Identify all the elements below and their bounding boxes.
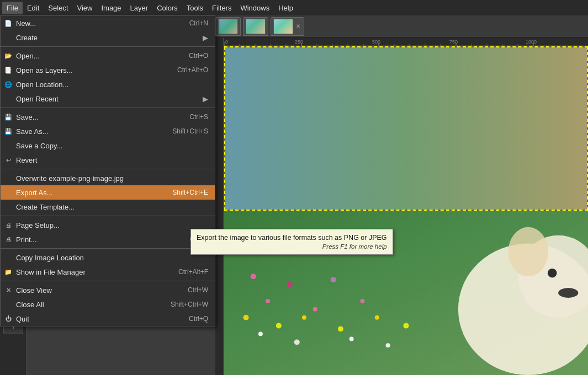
menu-tools[interactable]: Tools bbox=[182, 2, 208, 14]
ruler-vertical bbox=[215, 38, 224, 375]
canvas-area: 0 250 500 750 1000 bbox=[215, 38, 588, 375]
show-manager-shortcut: Ctrl+Alt+F bbox=[178, 268, 208, 276]
svg-point-27 bbox=[313, 307, 317, 312]
menu-colors[interactable]: Colors bbox=[152, 2, 182, 14]
close-all-shortcut: Shift+Ctrl+W bbox=[171, 301, 208, 308]
quit-shortcut: Ctrl+Q bbox=[189, 315, 208, 323]
menu-item-open-location[interactable]: 🌐 Open Location... bbox=[1, 77, 215, 92]
tab-thumbnail-3 bbox=[273, 19, 293, 34]
create-arrow: ▶ bbox=[203, 34, 208, 42]
menu-item-copy-location[interactable]: Copy Image Location bbox=[1, 250, 215, 265]
menu-item-overwrite[interactable]: Overwrite example-png-image.jpg bbox=[1, 171, 215, 185]
menu-item-close-all[interactable]: Close All Shift+Ctrl+W bbox=[1, 297, 215, 312]
print-label: Print... bbox=[16, 235, 37, 244]
overwrite-label: Overwrite example-png-image.jpg bbox=[16, 174, 124, 183]
show-manager-icon: 📁 bbox=[3, 269, 14, 276]
print-shortcut: Ctrl+P bbox=[189, 235, 208, 243]
close-view-shortcut: Ctrl+W bbox=[188, 286, 208, 294]
save-copy-label: Save a Copy... bbox=[16, 142, 62, 150]
close-all-label: Close All bbox=[16, 301, 44, 309]
menu-item-page-setup[interactable]: 🖨 Page Setup... bbox=[1, 218, 215, 232]
menubar: File Edit Select View Image Layer Colors… bbox=[0, 0, 588, 15]
tab-close-button[interactable]: ✕ bbox=[295, 23, 301, 30]
svg-point-38 bbox=[349, 336, 354, 341]
svg-point-44 bbox=[547, 269, 557, 278]
menu-layer[interactable]: Layer bbox=[126, 2, 153, 14]
save-as-label: Save As... bbox=[16, 127, 49, 136]
tab-thumbnail-2 bbox=[246, 19, 266, 34]
menu-item-open-layers[interactable]: 📑 Open as Layers... Ctrl+Alt+O bbox=[1, 63, 215, 77]
menu-item-create-template[interactable]: Create Template... bbox=[1, 200, 215, 214]
menu-edit[interactable]: Edit bbox=[23, 2, 44, 14]
image-tab-1[interactable] bbox=[215, 17, 241, 36]
ruler-tick-1000: 1000 bbox=[526, 39, 537, 45]
menu-item-close-view[interactable]: ✕ Close View Ctrl+W bbox=[1, 283, 215, 297]
svg-point-36 bbox=[258, 332, 263, 336]
image-tab-3[interactable]: ✕ bbox=[271, 17, 304, 36]
open-layers-icon: 📑 bbox=[3, 67, 14, 74]
new-icon: 📄 bbox=[3, 20, 14, 27]
open-layers-shortcut: Ctrl+Alt+O bbox=[177, 66, 208, 74]
menu-item-show-manager[interactable]: 📁 Show in File Manager Ctrl+Alt+F bbox=[1, 265, 215, 279]
image-tab-2[interactable] bbox=[243, 17, 268, 36]
revert-icon: ↩ bbox=[3, 157, 14, 164]
menu-item-open[interactable]: 📂 Open... Ctrl+O bbox=[1, 49, 215, 63]
create-template-label: Create Template... bbox=[16, 203, 75, 211]
separator-3 bbox=[1, 169, 215, 169]
separator-5 bbox=[1, 248, 215, 249]
open-location-label: Open Location... bbox=[16, 81, 68, 89]
quit-label: Quit bbox=[16, 315, 29, 323]
open-recent-label: Open Recent bbox=[16, 95, 59, 103]
separator-4 bbox=[1, 216, 215, 216]
separator-2 bbox=[1, 108, 215, 108]
svg-point-42 bbox=[508, 227, 548, 276]
file-menu-dropdown[interactable]: 📄 New... Ctrl+N Create ▶ 📂 Open... Ctrl+… bbox=[0, 15, 215, 326]
quit-icon: ⏻ bbox=[3, 315, 14, 322]
menu-help[interactable]: Help bbox=[274, 2, 298, 14]
svg-point-28 bbox=[331, 277, 336, 282]
copy-location-label: Copy Image Location bbox=[16, 254, 84, 262]
menu-item-open-recent[interactable]: Open Recent ▶ bbox=[1, 92, 215, 106]
svg-point-34 bbox=[375, 315, 379, 320]
open-label: Open... bbox=[16, 52, 40, 60]
svg-point-43 bbox=[558, 288, 578, 298]
ruler-tick-500: 500 bbox=[372, 39, 380, 45]
menu-item-save-copy[interactable]: Save a Copy... bbox=[1, 138, 215, 153]
menu-select[interactable]: Select bbox=[44, 2, 72, 14]
menu-item-create[interactable]: Create ▶ bbox=[1, 30, 215, 45]
canvas-content[interactable] bbox=[224, 46, 588, 375]
menu-view[interactable]: View bbox=[73, 2, 97, 14]
menu-item-print[interactable]: 🖨 Print... Ctrl+P bbox=[1, 232, 215, 247]
menu-image[interactable]: Image bbox=[97, 2, 125, 14]
menu-item-new[interactable]: 📄 New... Ctrl+N bbox=[1, 16, 215, 30]
open-recent-arrow: ▶ bbox=[203, 95, 208, 103]
open-icon: 📂 bbox=[3, 52, 14, 60]
svg-point-24 bbox=[251, 274, 256, 279]
svg-point-29 bbox=[360, 299, 364, 303]
menu-file[interactable]: File bbox=[2, 2, 23, 14]
save-as-shortcut: Shift+Ctrl+S bbox=[172, 127, 208, 135]
revert-label: Revert bbox=[16, 156, 37, 164]
svg-point-32 bbox=[302, 315, 306, 320]
open-location-icon: 🌐 bbox=[3, 81, 14, 88]
menu-windows[interactable]: Windows bbox=[236, 2, 274, 14]
menu-filters[interactable]: Filters bbox=[208, 2, 236, 14]
menu-item-save[interactable]: 💾 Save... Ctrl+S bbox=[1, 110, 215, 124]
print-icon: 🖨 bbox=[3, 236, 14, 243]
create-label: Create bbox=[16, 34, 38, 42]
close-view-label: Close View bbox=[16, 286, 52, 294]
new-shortcut: Ctrl+N bbox=[189, 19, 208, 27]
svg-point-30 bbox=[243, 315, 249, 320]
menu-item-export-as[interactable]: Export As... Shift+Ctrl+E bbox=[1, 185, 215, 200]
svg-point-37 bbox=[294, 339, 300, 345]
page-setup-icon: 🖨 bbox=[3, 222, 14, 228]
menu-item-revert[interactable]: ↩ Revert bbox=[1, 153, 215, 167]
svg-point-25 bbox=[266, 299, 270, 303]
menu-item-quit[interactable]: ⏻ Quit Ctrl+Q bbox=[1, 312, 215, 326]
svg-point-26 bbox=[287, 282, 293, 287]
export-as-shortcut: Shift+Ctrl+E bbox=[172, 189, 208, 196]
save-label: Save... bbox=[16, 113, 38, 121]
close-view-icon: ✕ bbox=[3, 287, 14, 294]
menu-item-save-as[interactable]: 💾 Save As... Shift+Ctrl+S bbox=[1, 124, 215, 138]
svg-point-31 bbox=[276, 323, 282, 329]
